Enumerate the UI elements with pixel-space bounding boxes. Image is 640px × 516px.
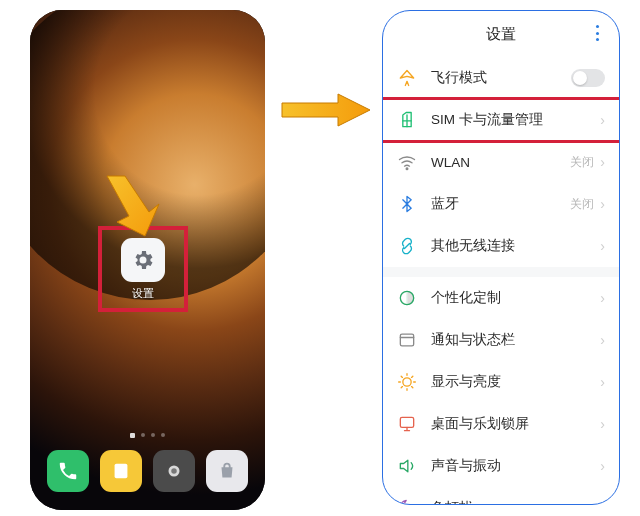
row-label: 显示与亮度: [431, 373, 600, 391]
row-label: 免打扰: [431, 499, 600, 505]
chevron-right-icon: ›: [600, 332, 605, 348]
settings-row-link[interactable]: 其他无线连接›: [383, 225, 619, 267]
wifi-icon: [397, 152, 417, 172]
chevron-right-icon: ›: [600, 238, 605, 254]
settings-row-display[interactable]: 显示与亮度›: [383, 361, 619, 403]
settings-list: 飞行模式SIM 卡与流量管理›WLAN关闭›蓝牙关闭›其他无线连接›个性化定制›…: [383, 57, 619, 505]
settings-row-sim[interactable]: SIM 卡与流量管理›: [383, 99, 619, 141]
arrow-to-settings-screen: [280, 92, 372, 128]
chevron-right-icon: ›: [600, 374, 605, 390]
dock-store-icon[interactable]: [206, 450, 248, 492]
chevron-right-icon: ›: [600, 458, 605, 474]
row-value: 关闭: [570, 196, 594, 213]
page-indicator: [30, 433, 265, 438]
chevron-right-icon: ›: [600, 112, 605, 128]
svg-rect-7: [400, 334, 413, 346]
chevron-right-icon: ›: [600, 416, 605, 432]
dock-notes-icon[interactable]: [100, 450, 142, 492]
settings-header: 设置: [383, 11, 619, 57]
row-label: 通知与状态栏: [431, 331, 600, 349]
row-label: 飞行模式: [431, 69, 571, 87]
svg-point-5: [406, 168, 408, 170]
svg-rect-1: [115, 464, 128, 479]
settings-row-dnd[interactable]: 免打扰›: [383, 487, 619, 505]
row-label: 其他无线连接: [431, 237, 600, 255]
svg-point-3: [171, 468, 177, 474]
link-icon: [397, 236, 417, 256]
dnd-icon: [397, 498, 417, 505]
settings-title: 设置: [486, 25, 516, 44]
settings-row-theme[interactable]: 个性化定制›: [383, 277, 619, 319]
notify-icon: [397, 330, 417, 350]
row-label: 声音与振动: [431, 457, 600, 475]
settings-row-sound[interactable]: 声音与振动›: [383, 445, 619, 487]
dock-camera-icon[interactable]: [153, 450, 195, 492]
settings-row-bluetooth[interactable]: 蓝牙关闭›: [383, 183, 619, 225]
dock-phone-icon[interactable]: [47, 450, 89, 492]
settings-row-desktop[interactable]: 桌面与乐划锁屏›: [383, 403, 619, 445]
bluetooth-icon: [397, 194, 417, 214]
airplane-icon: [397, 68, 417, 88]
phone-settings-screen: 设置 飞行模式SIM 卡与流量管理›WLAN关闭›蓝牙关闭›其他无线连接›个性化…: [382, 10, 620, 505]
sim-icon: [397, 110, 417, 130]
svg-point-8: [403, 378, 411, 386]
chevron-right-icon: ›: [600, 154, 605, 170]
more-icon[interactable]: [589, 25, 605, 41]
chevron-right-icon: ›: [600, 500, 605, 505]
theme-icon: [397, 288, 417, 308]
row-label: WLAN: [431, 155, 570, 170]
row-label: 蓝牙: [431, 195, 570, 213]
sound-icon: [397, 456, 417, 476]
settings-row-notify[interactable]: 通知与状态栏›: [383, 319, 619, 361]
row-label: SIM 卡与流量管理: [431, 111, 600, 129]
highlight-settings-app: [98, 226, 188, 312]
dock: [30, 450, 265, 492]
settings-row-wifi[interactable]: WLAN关闭›: [383, 141, 619, 183]
display-icon: [397, 372, 417, 392]
list-separator: [383, 267, 619, 277]
row-label: 个性化定制: [431, 289, 600, 307]
svg-marker-4: [282, 94, 370, 126]
phone-homescreen: 设置: [30, 10, 265, 510]
chevron-right-icon: ›: [600, 196, 605, 212]
settings-row-airplane[interactable]: 飞行模式: [383, 57, 619, 99]
desktop-icon: [397, 414, 417, 434]
svg-rect-9: [400, 417, 413, 427]
chevron-right-icon: ›: [600, 290, 605, 306]
row-value: 关闭: [570, 154, 594, 171]
row-label: 桌面与乐划锁屏: [431, 415, 600, 433]
toggle-switch[interactable]: [571, 69, 605, 87]
